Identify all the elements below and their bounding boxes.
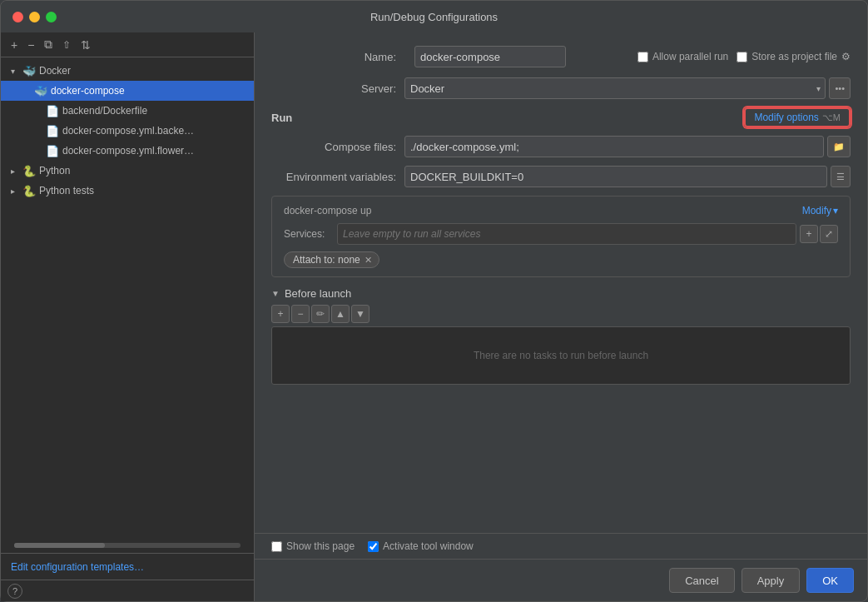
edit-templates-link[interactable]: Edit configuration templates… [11,561,144,573]
compose-flower-icon: 📄 [46,145,59,157]
tree-item-docker-compose-backend[interactable]: 📄 docker-compose.yml.backend: Compose… [1,121,254,141]
bottom-checkboxes: Show this page Activate tool window [255,533,867,559]
attach-row: Attach to: none ✕ [284,251,838,268]
name-label: Name: [271,51,404,63]
tree-item-python-tests-group[interactable]: ▸ 🐍 Python tests [1,181,254,201]
before-launch-title: Before launch [285,287,351,300]
env-vars-label: Environment variables: [271,171,404,183]
services-input[interactable] [337,223,796,245]
remove-config-button[interactable]: − [24,37,37,53]
python-tests-group-label: Python tests [39,185,94,197]
footer-buttons: Cancel Apply OK [255,559,867,601]
apply-button[interactable]: Apply [742,568,801,593]
sidebar-toolbar: + − ⧉ ⇧ ⇅ [1,32,254,57]
gear-icon: ⚙ [841,51,851,62]
modify-link[interactable]: Modify ▾ [802,205,838,216]
server-select[interactable]: Docker [404,77,826,99]
show-page-checkbox[interactable] [271,541,282,552]
store-as-project-checkbox[interactable] [737,52,747,62]
ok-button[interactable]: OK [806,568,854,593]
cancel-button[interactable]: Cancel [669,568,734,593]
services-buttons: + ⤢ [800,225,838,243]
name-input[interactable] [414,46,566,67]
before-launch-edit-button[interactable]: ✏ [311,305,330,323]
tree-item-docker-compose[interactable]: 🐳 docker-compose [1,81,254,101]
run-section-header: Run Modify options ⌥M [271,107,851,127]
close-button[interactable] [12,12,23,22]
before-launch-remove-button[interactable]: − [291,305,310,323]
attach-tag: Attach to: none ✕ [284,251,379,268]
compose-up-section: docker-compose up Modify ▾ Services: + ⤢ [271,196,851,277]
python-group-label: Python [39,165,70,177]
compose-files-label: Compose files: [271,141,404,153]
expand-arrow-python-tests: ▸ [11,187,22,196]
before-launch-add-button[interactable]: + [271,305,290,323]
tree-item-docker-compose-flower[interactable]: 📄 docker-compose.yml.flower: Compose D… [1,141,254,161]
server-select-wrapper: Docker ▾ [404,77,826,99]
right-panel: Name: Allow parallel run Store as projec… [255,32,867,601]
allow-parallel-label[interactable]: Allow parallel run [637,51,728,62]
allow-parallel-checkbox[interactable] [637,52,648,62]
before-launch-up-button[interactable]: ▲ [331,305,350,323]
run-debug-dialog: Run/Debug Configurations + − ⧉ ⇧ ⇅ ▾ 🐳 D… [0,0,868,602]
docker-group-icon: 🐳 [22,65,36,77]
sidebar: + − ⧉ ⇧ ⇅ ▾ 🐳 Docker 🐳 [1,32,255,601]
before-launch-section: ▼ Before launch + − ✏ ▲ ▼ There are no t… [271,287,851,385]
compose-flower-label: docker-compose.yml.flower: Compose D… [62,145,196,157]
main-content: + − ⧉ ⇧ ⇅ ▾ 🐳 Docker 🐳 [1,32,867,601]
compose-up-header: docker-compose up Modify ▾ [284,205,838,216]
before-launch-down-button[interactable]: ▼ [351,305,370,323]
before-launch-toolbar: + − ✏ ▲ ▼ [271,305,851,323]
before-launch-body: There are no tasks to run before launch [271,326,851,385]
traffic-lights [12,12,57,22]
tree-item-docker-group[interactable]: ▾ 🐳 Docker [1,61,254,81]
services-add-button[interactable]: + [800,225,818,243]
config-tree: ▾ 🐳 Docker 🐳 docker-compose 📄 backend/D [1,57,254,538]
add-config-button[interactable]: + [7,37,21,53]
docker-compose-icon: 🐳 [34,85,47,97]
modify-chevron-icon: ▾ [833,205,838,216]
modify-options-shortcut: ⌥M [822,112,841,123]
backend-dockerfile-label: backend/Dockerfile [62,105,147,117]
services-row: Services: + ⤢ [284,223,838,245]
modify-options-button[interactable]: Modify options ⌥M [744,107,851,127]
tree-item-python-group[interactable]: ▸ 🐍 Python [1,161,254,181]
sidebar-footer: Edit configuration templates… [1,553,254,580]
compose-up-label: docker-compose up [284,205,371,216]
env-vars-edit-button[interactable]: ☰ [831,166,851,187]
activate-tool-label[interactable]: Activate tool window [368,540,474,552]
backend-file-icon: 📄 [46,105,59,117]
compose-files-input[interactable] [404,136,824,157]
sidebar-scrollbar[interactable] [14,543,241,548]
moveup-config-button[interactable]: ⇧ [59,37,74,52]
compose-backend-icon: 📄 [46,125,59,137]
docker-compose-label: docker-compose [51,85,125,97]
attach-remove-button[interactable]: ✕ [365,255,372,266]
compose-backend-label: docker-compose.yml.backend: Compose… [62,125,196,137]
no-tasks-label: There are no tasks to run before launch [474,350,648,361]
server-more-button[interactable]: ••• [829,77,851,99]
show-page-label[interactable]: Show this page [271,540,355,552]
sort-config-button[interactable]: ⇅ [77,37,94,53]
header-row: Name: Allow parallel run Store as projec… [271,46,851,67]
help-button[interactable]: ? [7,584,22,599]
python-tests-group-icon: 🐍 [22,185,36,197]
maximize-button[interactable] [46,12,57,22]
title-bar: Run/Debug Configurations [1,1,867,32]
activate-tool-checkbox[interactable] [368,541,379,552]
compose-files-browse-button[interactable]: 📁 [827,136,851,157]
env-vars-input[interactable] [404,166,827,187]
run-section-label: Run [271,112,292,124]
store-as-project-label[interactable]: Store as project file ⚙ [737,51,851,62]
before-launch-collapse-arrow[interactable]: ▼ [271,289,280,298]
services-label: Services: [284,228,334,240]
copy-config-button[interactable]: ⧉ [41,36,56,53]
header-options: Allow parallel run Store as project file… [637,51,851,62]
name-row: Name: [271,46,566,67]
server-row: Server: Docker ▾ ••• [271,77,851,99]
minimize-button[interactable] [29,12,40,22]
form-area: Name: Allow parallel run Store as projec… [255,32,867,533]
python-group-icon: 🐍 [22,165,36,177]
tree-item-backend-dockerfile[interactable]: 📄 backend/Dockerfile [1,101,254,121]
services-expand-button[interactable]: ⤢ [820,225,838,243]
